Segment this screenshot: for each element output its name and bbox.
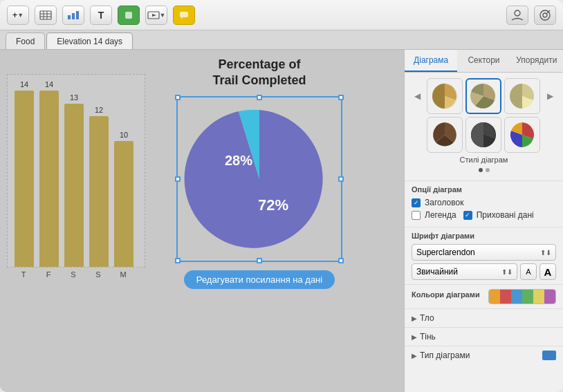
font-style-row: Звичайний ⬆⬇ A A [412, 263, 556, 280]
color-swatches[interactable] [488, 289, 556, 304]
bar-f [39, 91, 59, 267]
media-button[interactable]: ▼ [145, 6, 167, 25]
share-icon [538, 9, 552, 21]
add-button[interactable]: + ▼ [7, 6, 29, 25]
shadow-section[interactable]: ▶ Тінь [405, 327, 563, 346]
pie-chart-container[interactable]: Percentage of Trail Completed [159, 57, 360, 289]
colors-title: Кольори діаграми [412, 290, 480, 299]
tab-food[interactable]: Food [6, 32, 45, 49]
bar-label-s1: S [64, 270, 83, 279]
chart-type-section[interactable]: ▶ Тип діаграми [405, 346, 563, 364]
chart-colors-section: Кольори діаграми [405, 284, 563, 308]
bar-col-t: 14 [15, 80, 34, 267]
table-button[interactable] [35, 6, 57, 25]
font-name-select[interactable]: Superclarendon ⬆⬇ [412, 244, 556, 261]
option-legend-row: Легенда [412, 210, 456, 220]
shape-button[interactable] [118, 6, 140, 25]
font-a-large-button[interactable]: A [539, 263, 556, 280]
svg-point-13 [515, 10, 520, 16]
background-section[interactable]: ▶ Тло [405, 308, 563, 327]
style-thumb-4[interactable] [427, 117, 463, 153]
pie-svg: 28% 72% [183, 103, 335, 255]
color-swatch-2[interactable] [500, 290, 511, 304]
svg-point-15 [543, 13, 547, 17]
resize-handle-tm[interactable] [257, 95, 262, 100]
color-swatch-5[interactable] [533, 290, 544, 304]
edit-data-button[interactable]: Редагувати посилання на дані [184, 270, 335, 289]
tab-arrange[interactable]: Упорядити [510, 50, 563, 72]
color-swatch-3[interactable] [511, 290, 522, 304]
bar-label-f: F [39, 270, 58, 279]
account-button[interactable] [506, 6, 528, 25]
resize-handle-ml[interactable] [175, 176, 181, 182]
bar-label-s2: S [89, 270, 108, 279]
tab-bar: Food Elevation 14 days [0, 30, 563, 50]
font-a-small-button[interactable]: A [520, 263, 537, 280]
styles-prev-arrow[interactable]: ◀ [410, 91, 424, 101]
toolbar: + ▼ T ▼ [0, 0, 563, 30]
color-swatch-row: Кольори діаграми [412, 289, 556, 304]
tab-elevation[interactable]: Elevation 14 days [46, 32, 133, 49]
right-panel: Діаграма Сектори Упорядити ◀ [404, 50, 563, 392]
svg-rect-7 [76, 11, 79, 19]
bar-m [114, 141, 133, 267]
option-title-row: ✓ Заголовок [412, 198, 556, 207]
chart-styles-section: ◀ [405, 73, 563, 180]
bar-col-f: 14 [39, 80, 59, 267]
bar-chart-container[interactable]: 14 14 13 12 10 [7, 74, 145, 323]
svg-marker-10 [152, 14, 156, 17]
svg-text:72%: 72% [258, 196, 288, 214]
style-thumb-3[interactable] [504, 78, 540, 114]
style-thumb-2[interactable] [465, 78, 501, 114]
media-icon [147, 10, 160, 20]
comment-button[interactable] [173, 6, 195, 25]
style-thumb-1[interactable] [427, 78, 463, 114]
tab-diagram[interactable]: Діаграма [405, 50, 457, 72]
bar-s2 [89, 116, 109, 267]
style-row-1: ◀ [410, 78, 557, 114]
table-icon [39, 10, 52, 20]
shadow-arrow: ▶ [412, 333, 417, 341]
background-arrow: ▶ [412, 315, 417, 322]
resize-handle-tr[interactable] [338, 95, 344, 100]
resize-handle-tl[interactable] [175, 95, 181, 100]
color-swatch-1[interactable] [489, 290, 500, 304]
checkbox-hidden[interactable]: ✓ [463, 211, 472, 220]
resize-handle-bl[interactable] [175, 258, 181, 263]
resize-handle-br[interactable] [338, 258, 344, 263]
color-swatch-4[interactable] [522, 290, 533, 304]
resize-handle-mr[interactable] [338, 176, 344, 182]
pie-chart-wrapper[interactable]: 28% 72% [176, 96, 342, 262]
style-thumb-5[interactable] [465, 117, 501, 153]
checkbox-legend[interactable] [412, 211, 421, 220]
color-swatch-6[interactable] [544, 290, 555, 304]
option-hidden-label: Приховані дані [477, 210, 534, 220]
text-button[interactable]: T [90, 6, 112, 25]
option-hidden-row: ✓ Приховані дані [463, 210, 534, 220]
styles-next-arrow[interactable]: ▶ [543, 91, 557, 101]
chart-font-section: Шрифт діаграми Superclarendon ⬆⬇ Звичайн… [405, 227, 563, 284]
svg-marker-12 [181, 17, 183, 19]
bar-value-s2: 12 [95, 106, 103, 114]
panel-tabs: Діаграма Сектори Упорядити [405, 50, 563, 73]
svg-rect-0 [40, 11, 51, 19]
chart-options-section: Опції діаграм ✓ Заголовок Легенда ✓ Прих… [405, 180, 563, 227]
font-title: Шрифт діаграми [412, 232, 556, 240]
checkbox-title[interactable]: ✓ [412, 198, 421, 207]
dot-1[interactable] [479, 168, 483, 172]
font-style-select[interactable]: Звичайний ⬆⬇ [412, 263, 517, 280]
bar-s1 [64, 104, 84, 267]
options-title: Опції діаграм [412, 185, 556, 194]
chart-icon [67, 10, 80, 20]
chart-button[interactable] [62, 6, 84, 25]
chart-type-label: Тип діаграми [420, 351, 470, 360]
resize-handle-bm[interactable] [257, 258, 262, 263]
dot-2[interactable] [486, 168, 490, 172]
style-thumb-6[interactable] [504, 117, 540, 153]
svg-rect-5 [68, 15, 71, 19]
option-title-label: Заголовок [425, 198, 463, 207]
tab-sectors[interactable]: Сектори [457, 50, 510, 72]
style-row-2 [410, 117, 557, 153]
share-button[interactable] [534, 6, 556, 25]
svg-text:28%: 28% [225, 153, 252, 168]
